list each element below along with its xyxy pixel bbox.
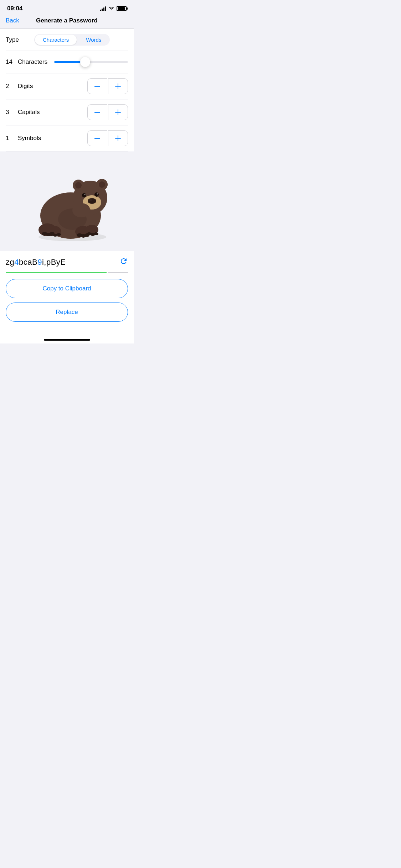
spacer <box>0 327 134 335</box>
svg-point-34 <box>89 199 92 201</box>
digits-count: 2 <box>6 83 14 90</box>
symbols-increment[interactable] <box>108 130 128 146</box>
nav-bar: Back Generate a Password <box>0 14 134 29</box>
symbols-controls <box>87 130 128 146</box>
svg-point-35 <box>82 193 86 197</box>
capitals-decrement[interactable] <box>87 104 107 120</box>
password-display: zg4bcaB9i,pByE <box>6 258 66 267</box>
capitals-count: 3 <box>6 109 14 116</box>
symbols-count: 1 <box>6 135 14 142</box>
svg-rect-5 <box>115 112 121 113</box>
page-title: Generate a Password <box>36 17 98 24</box>
type-segmented-control: Characters Words <box>34 34 110 46</box>
password-section: zg4bcaB9i,pByE <box>0 251 134 273</box>
capitals-increment[interactable] <box>108 104 128 120</box>
password-row: zg4bcaB9i,pByE <box>6 257 128 272</box>
refresh-password-button[interactable] <box>119 257 128 268</box>
svg-rect-0 <box>94 86 100 87</box>
svg-point-20 <box>57 233 61 236</box>
home-indicator <box>0 335 134 343</box>
slider-thumb[interactable] <box>80 57 90 67</box>
symbols-row: 1 Symbols <box>6 125 128 151</box>
svg-rect-3 <box>94 112 100 113</box>
slider-track <box>54 61 128 63</box>
capitals-label: Capitals <box>18 109 87 116</box>
digits-increment[interactable] <box>108 78 128 94</box>
characters-label: Characters <box>18 58 50 66</box>
symbols-label: Symbols <box>18 135 87 142</box>
replace-button[interactable]: Replace <box>6 303 128 322</box>
svg-point-26 <box>84 233 89 237</box>
svg-point-40 <box>72 203 90 217</box>
characters-slider-wrapper[interactable] <box>54 57 128 67</box>
signal-icon <box>100 6 106 11</box>
password-digit2: 9 <box>37 258 42 267</box>
svg-point-23 <box>94 232 98 235</box>
status-time: 09:04 <box>7 5 22 12</box>
digits-label: Digits <box>18 83 87 90</box>
strength-bar <box>6 272 128 273</box>
main-content: Type Characters Words 14 Characters 2 Di… <box>0 29 134 151</box>
type-row: Type Characters Words <box>6 29 128 51</box>
password-digit1: 4 <box>14 258 19 267</box>
type-label: Type <box>6 36 27 43</box>
strength-fill <box>6 272 107 273</box>
svg-point-31 <box>99 181 105 188</box>
digits-decrement[interactable] <box>87 78 107 94</box>
svg-point-37 <box>94 192 99 197</box>
battery-icon <box>117 6 127 11</box>
capitals-row: 3 Capitals <box>6 99 128 125</box>
svg-rect-8 <box>115 138 121 139</box>
capitals-controls <box>87 104 128 120</box>
buttons-section: Copy to Clipboard Replace <box>0 273 134 327</box>
digits-controls <box>87 78 128 94</box>
tab-characters[interactable]: Characters <box>35 35 77 45</box>
svg-point-36 <box>84 194 86 195</box>
wifi-icon <box>108 6 114 11</box>
svg-rect-2 <box>115 86 121 87</box>
strength-empty <box>108 272 128 273</box>
home-bar <box>44 339 90 341</box>
svg-point-33 <box>88 198 96 204</box>
digits-row: 2 Digits <box>6 73 128 99</box>
tab-words[interactable]: Words <box>78 35 109 45</box>
copy-to-clipboard-button[interactable]: Copy to Clipboard <box>6 279 128 298</box>
svg-rect-6 <box>94 138 100 139</box>
svg-point-38 <box>97 193 98 195</box>
characters-slider-row: 14 Characters <box>6 51 128 73</box>
characters-count: 14 <box>6 58 14 66</box>
back-button[interactable]: Back <box>6 17 19 24</box>
symbols-decrement[interactable] <box>87 130 107 146</box>
svg-point-29 <box>75 182 82 188</box>
bear-illustration <box>21 164 113 242</box>
status-icons <box>100 6 127 11</box>
bear-illustration-section <box>0 151 134 251</box>
status-bar: 09:04 <box>0 0 134 14</box>
